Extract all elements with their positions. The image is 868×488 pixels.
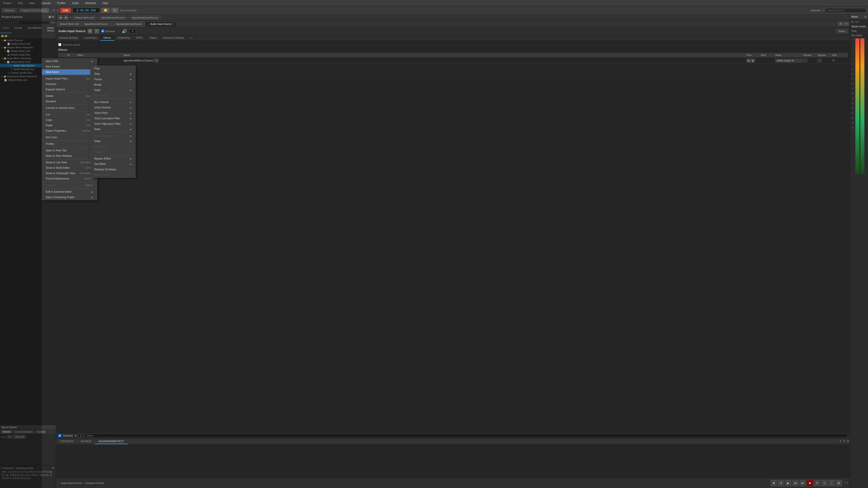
proj-tool-1[interactable]: 📁 — [1, 35, 4, 37]
expand-icon[interactable]: ▸ — [54, 21, 55, 24]
project-search-input[interactable] — [1, 21, 50, 25]
back-button[interactable]: ◀ — [58, 15, 63, 20]
ctx-cut[interactable]: Cut Ctrl+X — [42, 112, 97, 117]
menu-windows[interactable]: Windows — [84, 1, 98, 5]
transport-play-btn[interactable]: ▶ — [785, 480, 792, 486]
effect-row-0-dropdown[interactable]: ▼ — [154, 59, 159, 62]
bottom-panel-icon2[interactable]: ⬆ — [842, 439, 846, 444]
transport-settings1-btn[interactable]: ≡ — [821, 480, 828, 486]
effect-row-0-next-btn[interactable]: ▶ — [751, 59, 755, 63]
effect-row-0-mode[interactable]: Define custom ▼ — [775, 59, 802, 63]
sub-pause[interactable]: Pause ▶ — [91, 76, 135, 82]
menu-edit[interactable]: Edit — [17, 1, 24, 5]
bottom-panel-icon3[interactable]: ⊞ — [846, 439, 850, 444]
transport-step-back-btn[interactable]: ⏮ — [792, 480, 799, 486]
menu-profiler[interactable]: Profiler — [56, 1, 67, 5]
transport-icon2[interactable]: ⟳ — [112, 8, 119, 13]
prop-tab-effects[interactable]: Effects — [100, 35, 114, 41]
sub-state[interactable]: State ▶ — [91, 138, 135, 144]
tab-events[interactable]: Events — [12, 26, 25, 33]
help-icon[interactable]: ? — [822, 9, 824, 12]
sub-stop[interactable]: Stop ▶ — [91, 71, 135, 76]
meter-icon1[interactable]: ⊞ — [851, 20, 853, 23]
effect-row-0-render[interactable] — [803, 59, 807, 62]
doc-tab-agora-receive[interactable]: AgoraReceiveSource — [82, 22, 110, 26]
global-search[interactable] — [826, 8, 866, 13]
proj-tool-2[interactable]: 📂 — [4, 35, 8, 37]
transport-icon1[interactable]: ⏩ — [101, 8, 110, 13]
doc-tab-audio-input[interactable]: ♪ Audio Input Source ✕ — [145, 22, 177, 26]
override-parent-checkbox[interactable] — [58, 43, 61, 46]
ctx-new-event[interactable]: New Event ▶ — [42, 69, 97, 75]
sub-mute[interactable]: Mute ▶ — [91, 127, 135, 132]
tab-audio[interactable]: Audio — [0, 26, 12, 33]
effect-row-0-prev-btn[interactable]: ◀ — [746, 59, 750, 63]
prop-tab-states[interactable]: States — [147, 35, 160, 41]
language-dropdown[interactable]: English(US) (Refere...) — [19, 8, 49, 13]
ctx-new-parent[interactable]: New Parent ▶ — [42, 64, 97, 69]
prop-tab-positioning[interactable]: Positioning — [114, 35, 133, 41]
forward-button[interactable]: ▶ — [64, 15, 69, 20]
transport-record-btn[interactable]: ⏺ — [807, 480, 813, 486]
menu-audio[interactable]: Audio — [70, 1, 80, 5]
prop-tab-more[interactable]: + — [187, 35, 195, 41]
transport-pause-btn[interactable]: ⏸ — [778, 480, 784, 486]
sub-voice-hpf[interactable]: Voice High-pass Filter ▶ — [91, 121, 135, 127]
bottom-tab-agorasendeffect[interactable]: AGORASENDEFFECT — [95, 439, 128, 444]
inclusion-checkbox[interactable] — [101, 30, 104, 33]
sub-play[interactable]: Play — [91, 66, 135, 71]
ctx-paste-properties[interactable]: Paste Properties... Ctrl+Alt+V — [42, 128, 97, 133]
ctx-show-multi[interactable]: Show in Multi Editor Ctrl+M — [42, 165, 97, 170]
transport-loop-btn[interactable]: ⟳ — [814, 480, 820, 486]
help-close-icon[interactable]: ✕ — [52, 466, 54, 469]
prop-tab-advanced[interactable]: Advanced Settings — [160, 35, 187, 41]
bottom-tab-source[interactable]: SOURCE — [77, 439, 95, 444]
sub-break[interactable]: Break — [91, 82, 135, 88]
ctx-show-schematic[interactable]: Show in Schematic View Ctrl+Shift+S — [42, 170, 97, 176]
doc-tab-close-icon[interactable]: ✕ — [172, 23, 174, 25]
ctx-set-color[interactable]: Set Color... — [42, 135, 97, 140]
menu-view[interactable]: View — [28, 1, 36, 5]
ctx-open-new-window[interactable]: Open in New Window — [42, 153, 97, 159]
ctx-find-references[interactable]: Find All References Shift+F3 — [42, 176, 97, 182]
ev-tab-orphan[interactable]: Orphan — [35, 430, 46, 433]
menu-layouts[interactable]: Layouts — [40, 1, 52, 5]
proj-tool-4[interactable]: - — [10, 35, 11, 37]
sub-bus-volume[interactable]: Bus Volume ▶ — [91, 99, 135, 105]
prop-tab-general[interactable]: General Settings — [56, 35, 81, 41]
mute-button[interactable]: M — [88, 29, 92, 33]
inclusion-step-icon[interactable]: ⊞ — [74, 434, 76, 437]
meter-gear-icon[interactable]: ⚙ — [864, 15, 867, 18]
tab-options-button[interactable]: ⚙ — [838, 22, 843, 26]
panel-close-icon[interactable]: ✕ — [52, 15, 54, 19]
notes-button[interactable]: Notes — [836, 29, 848, 33]
filter-button[interactable]: >> — [7, 435, 12, 438]
tab-soundbanks[interactable]: SoundBanks — [25, 26, 44, 33]
ctx-import-audio[interactable]: Import Audio Files... Shift+I — [42, 76, 97, 81]
tab-gamesyncs[interactable]: Game Syncs — [44, 26, 57, 33]
breadcrumb-default-work-unit[interactable]: Default Work Unit — [72, 15, 96, 20]
doc-tab-default[interactable]: Default Work Unit — [57, 22, 81, 26]
ctx-open-new-tab[interactable]: Open in New Tab — [42, 148, 97, 153]
ctx-copy[interactable]: Copy Ctrl+C — [42, 117, 97, 123]
doc-tab-agora-audio[interactable]: ♪ AgoraAudioInputSource — [111, 22, 145, 26]
transport-settings3-btn[interactable]: ⊞ — [836, 480, 842, 486]
ctx-rename[interactable]: Rename F2 — [42, 99, 97, 104]
solo-button[interactable]: S — [94, 29, 99, 33]
panel-icon1[interactable]: ⊞ — [49, 15, 51, 19]
inclusion-bar-checkbox[interactable] — [58, 434, 61, 437]
tree-item-default-work-unit-1[interactable]: 📄 Default Work Unit — [0, 42, 56, 46]
breadcrumb-agora-audio[interactable]: AgoraAudioInputSource — [130, 15, 160, 20]
ctx-expand-options[interactable]: Expand Options ▶ — [42, 87, 97, 92]
meter-icon3[interactable]: ⊟ — [856, 20, 858, 23]
effect-row-0-edit-icon[interactable]: ✎ — [832, 59, 846, 62]
ctx-new-child[interactable]: New Child ▶ — [42, 59, 97, 64]
ctx-open-folder[interactable]: Open Containing Folder ▶ — [42, 195, 97, 200]
tree-item-master-audio-bus[interactable]: 🔊 Master Audio Bus — [0, 53, 56, 57]
transport-help-icon[interactable]: ? — [844, 482, 845, 484]
breadcrumb-agora-receive[interactable]: AgoraReceiveSource — [99, 15, 127, 20]
sub-voice-pitch[interactable]: Voice Pitch ▶ — [91, 110, 135, 116]
ctx-convert-voice[interactable]: Convert to Sound Voice... — [42, 105, 97, 111]
transport-settings2-btn[interactable]: ⋮ — [829, 480, 835, 486]
ctx-edit-external[interactable]: Edit in External Editor ▶ — [42, 189, 97, 195]
